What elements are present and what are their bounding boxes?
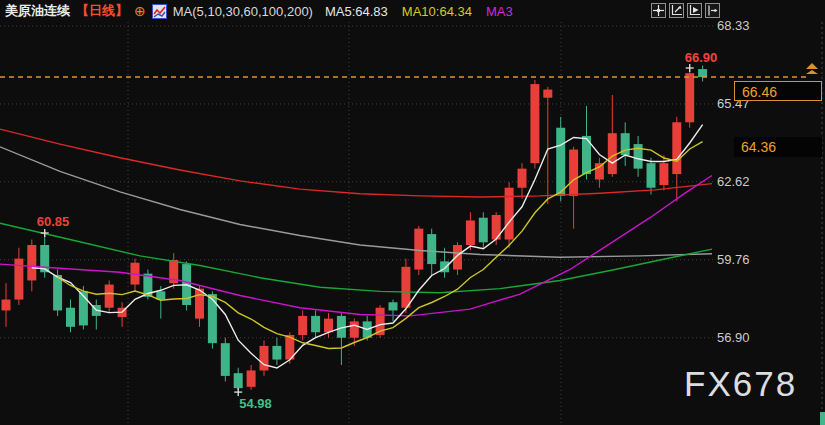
- ma10-value-label: MA10:64.34: [402, 4, 472, 19]
- y-axis-tick: 68.33: [717, 18, 750, 33]
- corner-fragment: [820, 412, 825, 425]
- ma5-value-label: MA5:64.83: [325, 4, 388, 19]
- chart-window: 美原油连续【日线】 ⊕ MA(5,10,30,60,100,200) MA5:6…: [0, 0, 825, 425]
- y-axis-tick: 56.90: [717, 330, 750, 345]
- ma-settings-label: MA(5,10,30,60,100,200): [173, 4, 313, 19]
- chart-header: 美原油连续【日线】 ⊕ MA(5,10,30,60,100,200) MA5:6…: [5, 0, 513, 22]
- chart-toolbar: [651, 3, 720, 18]
- fx678-watermark: FX678: [684, 364, 797, 404]
- pan-tool-icon[interactable]: [651, 3, 666, 18]
- axis-zoom-tool-icon[interactable]: [669, 3, 684, 18]
- axis-shift-tool-icon[interactable]: [705, 3, 720, 18]
- kline-style-icon[interactable]: [152, 4, 167, 19]
- ma-price-tag: 64.36: [734, 137, 822, 157]
- high-price-label: 66.90: [685, 50, 718, 65]
- y-axis-tick: 59.76: [717, 252, 750, 267]
- swing-high-price-label: 60.85: [37, 214, 70, 229]
- ma30-value-label: MA3: [486, 4, 513, 19]
- symbol-name: 美原油连续: [5, 2, 70, 20]
- y-axis-tick: 62.62: [717, 174, 750, 189]
- last-price-box: 66.46: [734, 81, 822, 101]
- period-label: 【日线】: [76, 2, 128, 20]
- add-indicator-icon[interactable]: ⊕: [134, 4, 146, 18]
- low-price-label: 54.98: [239, 396, 272, 411]
- axis-play-tool-icon[interactable]: [687, 3, 702, 18]
